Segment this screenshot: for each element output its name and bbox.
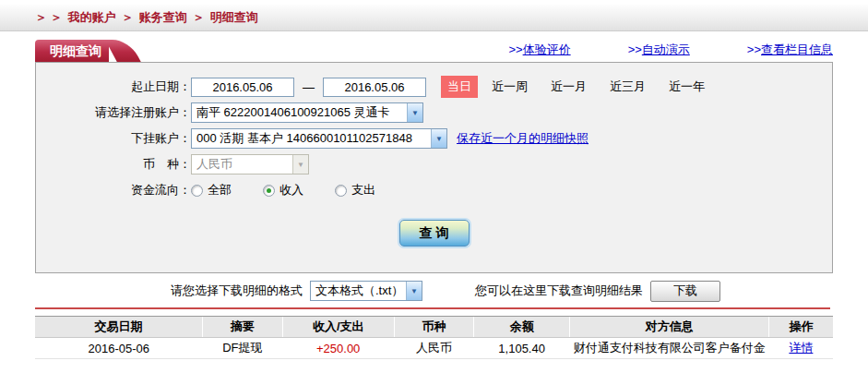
detail-link[interactable]: 详情 (789, 341, 813, 355)
tab-detail-query[interactable]: 明细查询 (35, 40, 109, 62)
tab-row: 明细查询 >>体验评价 >>自动演示 >>查看栏目信息 (35, 40, 833, 62)
flow-option-income[interactable]: 收入 (263, 182, 303, 199)
last-3-months-filter[interactable]: 近三月 (610, 78, 646, 95)
top-link-column-info: >>查看栏目信息 (747, 42, 833, 58)
top-links: >>体验评价 >>自动演示 >>查看栏目信息 (508, 42, 833, 58)
fund-flow-label: 资金流向： (36, 182, 191, 199)
radio-button-checked-icon[interactable] (263, 185, 275, 197)
header-trade-date: 交易日期 (35, 317, 203, 338)
breadcrumb-item-detail-query: 明细查询 (210, 9, 258, 26)
download-result-label: 您可以在这里下载查询明细结果 (475, 283, 643, 299)
chevron-down-icon[interactable]: ▼ (406, 282, 422, 300)
cell-trade-date: 2016-05-06 (35, 338, 203, 359)
query-button[interactable]: 查 询 (399, 220, 470, 247)
date-range-dash: — (303, 80, 315, 94)
radio-button-icon[interactable] (191, 185, 203, 197)
breadcrumb-separator: ＞ (122, 9, 134, 26)
chevron-down-icon[interactable]: ▼ (407, 103, 422, 122)
chevron-down-icon: ▼ (292, 155, 308, 174)
today-quick-filter[interactable]: 当日 (441, 76, 478, 98)
table-header-row: 交易日期 摘要 收入/支出 币种 余额 对方信息 操作 (35, 317, 833, 338)
cell-amount: +250.00 (282, 338, 394, 359)
start-date-input[interactable] (191, 78, 294, 97)
download-format-label: 请您选择下载明细的格式 (171, 283, 303, 299)
experience-rating-link[interactable]: 体验评价 (523, 42, 571, 56)
breadcrumb: ＞ ＞ 我的账户 ＞ 账务查询 ＞ 明细查询 (35, 9, 258, 26)
top-band: ＞ ＞ 我的账户 ＞ 账务查询 ＞ 明细查询 (0, 5, 868, 31)
sub-account-label: 下挂账户： (36, 130, 191, 147)
auto-demo-link[interactable]: 自动演示 (642, 42, 690, 56)
register-account-label: 请选择注册账户： (36, 104, 191, 121)
sub-account-value: 000 活期 基本户 1406600101102571848 (192, 130, 431, 147)
header-balance: 余额 (474, 317, 570, 338)
top-link-experience-rating: >>体验评价 (508, 42, 570, 58)
flow-option-income-label: 收入 (279, 182, 303, 199)
red-divider (35, 307, 830, 309)
download-format-select[interactable]: 文本格式（.txt） ▼ (310, 281, 422, 301)
save-snapshot-link[interactable]: 保存近一个月的明细快照 (457, 130, 589, 147)
fund-flow-row: 资金流向： 全部 收入 支出 (36, 180, 832, 200)
header-action: 操作 (769, 317, 833, 338)
quick-period-filters: 近一周 近一月 近三月 近一年 (492, 78, 705, 95)
currency-label: 币 种： (36, 156, 191, 173)
cell-summary: DF提现 (203, 338, 283, 359)
breadcrumb-item-my-account[interactable]: 我的账户 (68, 9, 116, 26)
breadcrumb-separator: ＞ (193, 9, 205, 26)
cell-currency: 人民币 (394, 338, 474, 359)
cell-counterparty: 财付通支付科技有限公司客户备付金 (570, 338, 769, 359)
last-month-filter[interactable]: 近一月 (551, 78, 587, 95)
breadcrumb-item-account-query[interactable]: 账务查询 (139, 9, 187, 26)
download-row: 请您选择下载明细的格式 文本格式（.txt） ▼ 您可以在这里下载查询明细结果 … (35, 280, 833, 302)
download-format-value: 文本格式（.txt） (311, 283, 406, 299)
view-column-info-link[interactable]: 查看栏目信息 (761, 42, 833, 56)
radio-button-icon[interactable] (335, 185, 347, 197)
breadcrumb-prefix: ＞ ＞ (35, 9, 63, 26)
header-income-expense: 收入/支出 (282, 317, 394, 338)
tab-label: 明细查询 (50, 43, 101, 58)
sub-account-select[interactable]: 000 活期 基本户 1406600101102571848 ▼ (191, 128, 447, 149)
register-account-select[interactable]: 南平 6222001406100921065 灵通卡 ▼ (191, 102, 423, 123)
top-link-auto-demo: >>自动演示 (628, 42, 690, 58)
date-range-label: 起止日期： (36, 78, 191, 95)
query-form-panel: 起止日期： — 当日 近一周 近一月 近三月 近一年 请选择注册账户： 南平 6… (35, 62, 833, 273)
chevron-down-icon[interactable]: ▼ (431, 129, 446, 148)
header-currency: 币种 (394, 317, 474, 338)
flow-option-all-label: 全部 (208, 182, 232, 199)
sub-account-row: 下挂账户： 000 活期 基本户 1406600101102571848 ▼ 保… (36, 128, 832, 149)
flow-option-expense[interactable]: 支出 (335, 182, 375, 199)
currency-row: 币 种： 人民币 ▼ (36, 154, 832, 174)
double-arrow-icon: >> (508, 42, 522, 56)
double-arrow-icon: >> (628, 42, 642, 56)
download-button[interactable]: 下载 (650, 281, 720, 302)
cell-balance: 1,105.40 (474, 338, 570, 359)
flow-option-all[interactable]: 全部 (191, 182, 232, 199)
end-date-input[interactable] (323, 78, 426, 97)
flow-option-expense-label: 支出 (351, 182, 375, 199)
query-button-row: 查 询 (36, 220, 832, 247)
double-arrow-icon: >> (747, 42, 761, 56)
register-account-row: 请选择注册账户： 南平 6222001406100921065 灵通卡 ▼ (36, 102, 832, 123)
header-counterparty: 对方信息 (570, 317, 769, 338)
last-year-filter[interactable]: 近一年 (669, 78, 705, 95)
header-summary: 摘要 (203, 317, 283, 338)
last-week-filter[interactable]: 近一周 (492, 78, 528, 95)
table-row: 2016-05-06 DF提现 +250.00 人民币 1,105.40 财付通… (35, 338, 833, 359)
currency-select: 人民币 ▼ (191, 154, 309, 174)
transaction-table: 交易日期 摘要 收入/支出 币种 余额 对方信息 操作 2016-05-06 D… (35, 316, 833, 359)
date-range-row: 起止日期： — 当日 近一周 近一月 近三月 近一年 (36, 77, 832, 97)
currency-value: 人民币 (192, 156, 292, 173)
register-account-value: 南平 6222001406100921065 灵通卡 (192, 104, 407, 121)
